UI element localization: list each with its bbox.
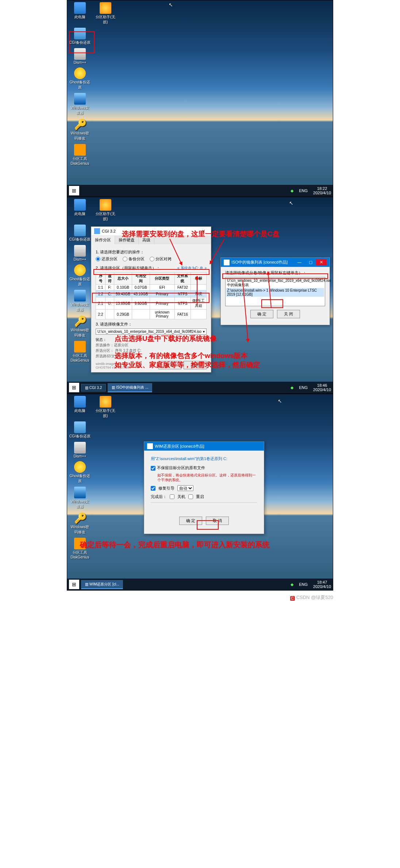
screenshot-1: 此电脑 分区助手(无损) CGI备份还原 Dism++ Ghost备份还原 Wi… bbox=[67, 0, 333, 197]
icon-windows-installer[interactable]: Windows安装器 bbox=[69, 487, 91, 509]
radio-restore[interactable]: 还原分区 bbox=[96, 256, 118, 262]
icon-diskgenius[interactable]: 分区工具DiskGenius bbox=[69, 538, 91, 559]
dialog-title-text: WIM还原分区 [clonecd作品] bbox=[155, 444, 204, 449]
icon-password-reset[interactable]: 🔑Windows密码修改 bbox=[69, 118, 91, 141]
partition-table: 序号盘符总大小 可用空间分区类型文件系统卷标 1:1F:0.10GB 0.07G… bbox=[96, 272, 207, 319]
tray-language[interactable]: ENG bbox=[297, 188, 309, 194]
table-row[interactable]: 1:1F:0.10GB 0.07GBEFIFAT32 bbox=[96, 285, 207, 291]
checkbox-shutdown[interactable] bbox=[170, 494, 174, 499]
icon-password-reset[interactable]: 🔑Windows密码修改 bbox=[69, 315, 91, 338]
icon-ghost[interactable]: Ghost备份还原 bbox=[69, 67, 91, 90]
icon-partition-assistant[interactable]: 分区助手(无损) bbox=[95, 396, 116, 419]
cgi-dialog: CGI 3.2 ✕ 操作分区 操作硬盘 高级 1. 请选择您要进行的操作： 还原… bbox=[91, 226, 211, 373]
list-item[interactable]: U:\cn_windows_10_enterprise_ltsc_2019_x6… bbox=[226, 278, 324, 288]
csdn-watermark: CCSDN @绿夏520 bbox=[67, 591, 333, 604]
tray-clock[interactable]: 18:222020/4/10 bbox=[313, 186, 331, 195]
restore-message: 用"Z:\sources\install.wim"的第1卷还原到 C: bbox=[151, 456, 257, 462]
iso-label: 请选择镜像或分卷/映像（用鼠标左键单击）： bbox=[225, 270, 325, 276]
taskbar-cgi[interactable]: ▥ CGI 3.2 bbox=[81, 384, 106, 392]
checkbox-reboot[interactable] bbox=[188, 494, 193, 499]
step3-label: 3. 请选择映像文件： bbox=[96, 322, 207, 327]
radio-copy[interactable]: 分区对拷 bbox=[150, 256, 172, 262]
boot-fix-select[interactable]: 自动 bbox=[177, 485, 193, 491]
iso-dialog: ISO中的镜像列表 [clonecd作品] — ▢ ✕ 请选择镜像或分卷/映像（… bbox=[220, 257, 330, 325]
maximize-button[interactable]: ▢ bbox=[305, 259, 316, 265]
after-done-label: 完成后： bbox=[151, 494, 167, 499]
icon-windows-installer[interactable]: Windows安装器 bbox=[69, 93, 91, 116]
checkbox-boot-fix-label: 修复引导 bbox=[158, 486, 174, 491]
list-item-selected[interactable]: Z:\sources\install.wim-> 1 Windows 10 En… bbox=[226, 288, 324, 297]
tray-language[interactable]: ENG bbox=[297, 385, 309, 390]
status-title: 状态： bbox=[96, 337, 207, 342]
taskbar: ⊞ ▥ CGI 3.2 ▥ ISO中的镜像列表 ... ◆ ENG 18:462… bbox=[67, 382, 333, 393]
ok-button[interactable]: 确 定 bbox=[250, 310, 273, 318]
icon-this-pc[interactable]: 此电脑 bbox=[69, 199, 91, 222]
checkbox-no-keep[interactable] bbox=[151, 466, 155, 471]
icon-dism[interactable]: Dism++ bbox=[69, 48, 91, 65]
close-button[interactable]: ✕ bbox=[316, 259, 327, 265]
icon-cgi-backup[interactable]: CGI备份还原 bbox=[69, 421, 91, 439]
execute-button[interactable]: 执 行 bbox=[158, 361, 181, 369]
icon-dism[interactable]: Dism++ bbox=[69, 442, 91, 458]
cursor-icon: ↖ bbox=[278, 398, 282, 404]
table-row[interactable]: 2:20.29GB unknown PrimaryFAT16 bbox=[96, 310, 207, 319]
icon-partition-assistant[interactable]: 分区助手(无损) bbox=[95, 2, 116, 25]
tray-icon[interactable]: ◆ bbox=[291, 188, 293, 193]
icon-ghost[interactable]: Ghost备份还原 bbox=[69, 264, 91, 287]
iso-titlebar[interactable]: ISO中的镜像列表 [clonecd作品] — ▢ ✕ bbox=[221, 258, 330, 267]
start-button[interactable]: ⊞ bbox=[69, 186, 79, 195]
step2-label: 2. 请选择分区（用鼠标左键单击）： bbox=[96, 265, 160, 271]
radio-backup[interactable]: 备份分区 bbox=[123, 256, 145, 262]
icon-partition-assistant[interactable]: 分区助手(无损) bbox=[95, 199, 116, 222]
image-path-select[interactable]: U:\cn_windows_10_enterprise_ltsc_2019_x6… bbox=[96, 328, 207, 335]
start-button[interactable]: ⊞ bbox=[69, 383, 79, 392]
table-row-selected[interactable]: 1:2C:59.40GB 43.10GBPrimaryNTFS系统 bbox=[96, 291, 207, 297]
icon-diskgenius[interactable]: 分区工具DiskGenius bbox=[69, 341, 91, 362]
taskbar-iso[interactable]: ▥ ISO中的镜像列表 ... bbox=[108, 383, 152, 392]
dialog-title-text: ISO中的镜像列表 [clonecd作品] bbox=[231, 260, 288, 265]
desktop-icons: 此电脑 分区助手(无损) CGI备份还原 Dism++ Ghost备份还原 Wi… bbox=[69, 2, 116, 166]
image-list[interactable]: U:\cn_windows_10_enterprise_ltsc_2019_x6… bbox=[225, 277, 325, 306]
icon-diskgenius[interactable]: 分区工具DiskGenius bbox=[69, 144, 91, 166]
checkbox-no-keep-label: 不保留目标分区的原有文件 bbox=[157, 465, 205, 471]
icon-this-pc[interactable]: 此电脑 bbox=[69, 396, 91, 419]
icon-password-reset[interactable]: 🔑Windows密码修改 bbox=[69, 512, 91, 535]
tab-partition[interactable]: 操作分区 bbox=[91, 236, 115, 244]
table-header: 序号盘符总大小 可用空间分区类型文件系统卷标 bbox=[96, 273, 207, 285]
csdn-logo-icon: C bbox=[290, 596, 295, 601]
tray-icon[interactable]: ◆ bbox=[291, 582, 293, 587]
cancel-button[interactable]: 取 消 bbox=[206, 517, 229, 525]
icon-this-pc[interactable]: 此电脑 bbox=[69, 2, 91, 25]
tray-clock[interactable]: 18:472020/4/10 bbox=[313, 580, 331, 589]
dialog-icon bbox=[94, 228, 100, 234]
cursor-icon: ↖ bbox=[169, 2, 173, 8]
cgi-tabs: 操作分区 操作硬盘 高级 bbox=[91, 236, 211, 244]
minimize-button[interactable]: — bbox=[294, 259, 305, 265]
close-button[interactable]: 关 闭 bbox=[184, 361, 207, 369]
wim-titlebar[interactable]: WIM还原分区 [clonecd作品] bbox=[144, 442, 264, 451]
icon-ghost[interactable]: Ghost备份还原 bbox=[69, 461, 91, 484]
icon-cgi-backup[interactable]: CGI备份还原 bbox=[69, 225, 91, 242]
icon-windows-installer[interactable]: Windows安装器 bbox=[69, 290, 91, 312]
taskbar-wim[interactable]: ▥ WIM还原分区 [cl... bbox=[81, 580, 123, 589]
cgi-titlebar[interactable]: CGI 3.2 ✕ bbox=[91, 227, 211, 236]
tray-icon[interactable]: ◆ bbox=[291, 385, 293, 390]
start-button[interactable]: ⊞ bbox=[69, 580, 79, 589]
close-button[interactable]: ✕ bbox=[199, 229, 208, 234]
icon-cgi-backup[interactable]: CGI备份还原 bbox=[69, 28, 91, 45]
tab-advanced[interactable]: 高级 bbox=[139, 236, 154, 244]
icon-dism[interactable]: Dism++ bbox=[69, 245, 91, 261]
tab-disk[interactable]: 操作硬盘 bbox=[115, 236, 139, 244]
checkbox-boot-fix[interactable] bbox=[151, 486, 155, 491]
table-row[interactable]: 2:1U:13.85GB 9.60GBPrimaryNTFS微PE工具箱 bbox=[96, 297, 207, 310]
wim-dialog: WIM还原分区 [clonecd作品] 用"Z:\sources\install… bbox=[144, 441, 264, 534]
tray-language[interactable]: ENG bbox=[297, 581, 309, 587]
step1-label: 1. 请选择您要进行的操作： bbox=[96, 249, 207, 255]
screenshot-3: 此电脑 分区助手(无损) CGI备份还原 Dism++ Ghost备份还原 Wi… bbox=[67, 394, 333, 591]
ok-button[interactable]: 确 定 bbox=[179, 517, 202, 525]
desktop-icons-3: 此电脑 分区助手(无损) CGI备份还原 Dism++ Ghost备份还原 Wi… bbox=[69, 396, 116, 559]
dialog-title-text: CGI 3.2 bbox=[102, 229, 116, 233]
tray-clock[interactable]: 18:462020/4/10 bbox=[313, 383, 331, 392]
close-button[interactable]: 关 闭 bbox=[277, 310, 300, 318]
screenshot-2: 此电脑 分区助手(无损) CGI备份还原 Dism++ Ghost备份还原 Wi… bbox=[67, 197, 333, 394]
